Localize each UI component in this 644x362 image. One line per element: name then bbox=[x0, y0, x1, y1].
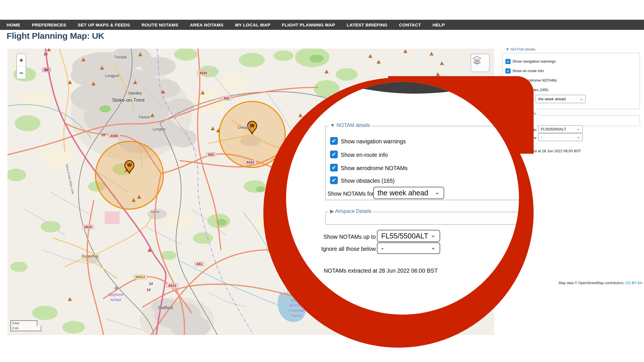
motorway-junction-label: 14 bbox=[147, 288, 150, 292]
lens-show-notams-for-select[interactable]: the week ahead ⌄ bbox=[373, 187, 444, 199]
road-badge: A519 bbox=[82, 225, 94, 229]
ignore-below-value: - bbox=[541, 135, 542, 139]
lens-airspace-legend: ▶ Airspace Details bbox=[329, 208, 373, 214]
road-badge: A51 bbox=[194, 262, 204, 266]
checkbox[interactable]: ✔ bbox=[330, 176, 338, 184]
map-town-label: Longport bbox=[105, 74, 119, 78]
motorway-junction-label: 14 bbox=[149, 282, 153, 286]
attribution-text: Map data © OpenStreetMap contributors, bbox=[559, 281, 625, 285]
scale-mi: 2 mi bbox=[10, 326, 41, 331]
checkbox-label: Show obstacles (165) bbox=[341, 178, 395, 184]
lens-notam-details-legend: ▼ NOTAM details bbox=[329, 122, 372, 128]
chevron-down-icon: ⌄ bbox=[580, 96, 583, 101]
ignore-below-select[interactable]: - ⌄ bbox=[538, 133, 583, 141]
chevron-down-icon: ⌄ bbox=[435, 188, 440, 196]
scale-km: 3 km bbox=[10, 320, 37, 326]
nav-item[interactable]: HOME bbox=[7, 22, 20, 28]
checkbox-label: Show aerodrome NOTAMs bbox=[341, 165, 408, 172]
lens-show-notams-for-label: Show NOTAMs for bbox=[327, 190, 371, 197]
zoom-control: + − bbox=[16, 53, 26, 79]
page: HOMEPREFERENCESSET UP MAPS & FEEDSROUTE … bbox=[0, 0, 644, 362]
chevron-down-icon: ⌄ bbox=[431, 244, 436, 251]
checkbox[interactable]: ✔ bbox=[330, 164, 338, 172]
show-notams-for-value: the week ahead bbox=[538, 97, 566, 101]
zoom-in-button[interactable]: + bbox=[17, 54, 26, 67]
lens-ignore-below-label: Ignore all those below bbox=[312, 246, 376, 252]
map-town-label: Longton bbox=[153, 127, 166, 131]
nav-item[interactable]: FLIGHT PLANNING MAP bbox=[282, 22, 335, 28]
checkbox[interactable]: ✔ bbox=[330, 137, 338, 145]
checkbox[interactable]: ✔ bbox=[505, 59, 511, 64]
attribution-license-link[interactable]: CC-BY-SA bbox=[625, 281, 642, 285]
lens-show-notams-upto-label: Show NOTAMs up to bbox=[315, 234, 376, 240]
chevron-down-icon: ⌄ bbox=[577, 134, 580, 139]
map-town-label: Fenton bbox=[139, 115, 150, 119]
show-notams-upto-value: FL55/5500ALT bbox=[381, 232, 428, 240]
layers-icon bbox=[471, 54, 483, 66]
nav-item[interactable]: CONTACT bbox=[399, 22, 421, 28]
map-attribution: Map data © OpenStreetMap contributors, C… bbox=[557, 280, 644, 286]
map-town-label: Cheadle bbox=[237, 126, 251, 130]
show-notams-for-select[interactable]: the week ahead ⌄ bbox=[536, 95, 586, 103]
road-badge: M6 bbox=[42, 68, 51, 72]
map-town-label: Eccleshall bbox=[82, 254, 98, 258]
notam-warning-circle[interactable] bbox=[95, 141, 163, 209]
map-town-label: Stafford bbox=[158, 305, 173, 310]
zoom-out-button[interactable]: − bbox=[17, 67, 26, 79]
checkbox-label: Show en-route info bbox=[512, 69, 544, 73]
show-notams-upto-select[interactable]: FL55/5500ALT ⌄ bbox=[538, 125, 583, 133]
road-badge: A50 bbox=[206, 152, 216, 157]
airfield-label: SeighfordAirfield bbox=[102, 292, 129, 303]
magnifier-lens: ▼ NOTAM details ✔ Show navigation warnin… bbox=[286, 82, 519, 315]
road-badge: A513 bbox=[166, 283, 178, 288]
map-town-label: Tunstall bbox=[114, 55, 126, 59]
checkbox[interactable]: ✔ bbox=[505, 68, 511, 74]
map-town-label: Stoke-on-Trent bbox=[112, 97, 145, 103]
road-badge: A500 bbox=[108, 134, 120, 138]
nav-item[interactable]: AREA NOTAMS bbox=[190, 22, 223, 28]
ignore-below-value: - bbox=[381, 244, 384, 253]
show-notams-upto-value: FL55/5500ALT bbox=[541, 127, 566, 131]
checkbox[interactable]: ✔ bbox=[330, 151, 338, 158]
nav-item[interactable]: LATEST BRIEFING bbox=[347, 22, 388, 28]
page-title: Flight Planning Map: UK bbox=[7, 31, 104, 41]
svg-text:W: W bbox=[127, 163, 132, 167]
nav-item[interactable]: HELP bbox=[433, 22, 445, 28]
layers-control[interactable] bbox=[471, 54, 490, 72]
motorway-junction-label: 16 bbox=[44, 52, 47, 56]
map-town-label: Hanley bbox=[129, 90, 142, 95]
checkbox-label: Show en-route info bbox=[341, 152, 388, 158]
nav-item[interactable]: MY LOCAL MAP bbox=[235, 22, 270, 28]
nav-item[interactable]: SET UP MAPS & FEEDS bbox=[78, 22, 130, 28]
checkbox-label: Show navigation warnings bbox=[341, 138, 406, 145]
nav-bar: HOMEPREFERENCESSET UP MAPS & FEEDSROUTE … bbox=[0, 20, 644, 30]
chevron-down-icon: ⌄ bbox=[577, 126, 580, 131]
road-badge: A5013 bbox=[133, 275, 147, 279]
show-notams-for-value: the week ahead bbox=[377, 189, 428, 197]
road-badge: A52 bbox=[221, 96, 231, 101]
notam-details-legend[interactable]: ▼ NOTAM details bbox=[504, 47, 537, 51]
map-town-label: Stone bbox=[151, 210, 159, 213]
nav-item[interactable]: ROUTE NOTAMS bbox=[141, 22, 178, 28]
motorway-junction-label: 15 bbox=[101, 133, 105, 137]
chevron-down-icon: ⌄ bbox=[431, 231, 436, 239]
lens-show-notams-upto-select[interactable]: FL55/5500ALT ⌄ bbox=[377, 230, 440, 242]
checkbox-label: Show navigation warnings bbox=[512, 59, 556, 63]
airfield-plane-icon: ✈ bbox=[114, 285, 119, 292]
lens-notams-extracted-text: NOTAMs extracted at 28 Jun 2022 06:00 BS… bbox=[324, 267, 438, 274]
road-badge: A520 bbox=[197, 71, 209, 75]
lens-ignore-below-select[interactable]: - ⌄ bbox=[377, 242, 440, 254]
nav-item[interactable]: PREFERENCES bbox=[32, 22, 66, 28]
scale-bar: 3 km 2 mi bbox=[10, 320, 41, 331]
road-badge: A522 bbox=[244, 160, 256, 165]
